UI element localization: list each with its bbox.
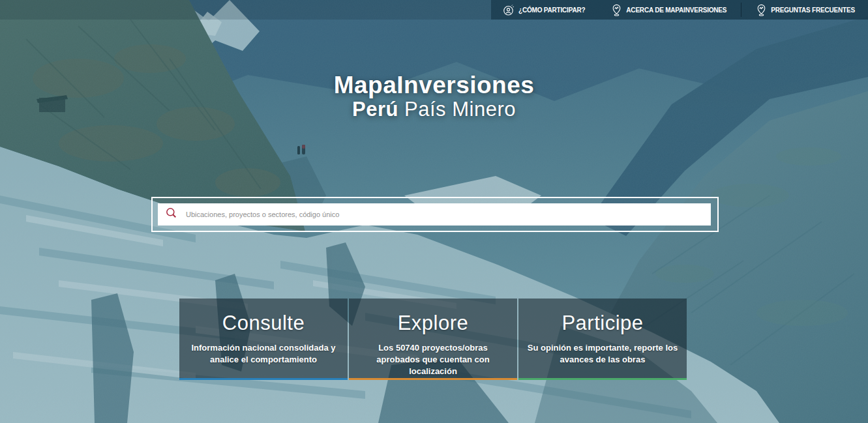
map-pin-icon xyxy=(756,4,767,16)
person-circle-icon xyxy=(502,4,515,16)
card-title: Explore xyxy=(349,313,517,334)
nav-item-acerca[interactable]: ACERCA DE MAPAINVERSIONES xyxy=(611,4,726,16)
card-title: Consulte xyxy=(179,313,348,334)
nav-item-label: PREGUNTAS FRECUENTES xyxy=(771,7,855,14)
landing-page: ¿CÓMO PARTICIPAR? ACERCA DE MAPAINVERSIO… xyxy=(0,0,868,423)
site-subtitle-bold: Perú xyxy=(352,98,398,121)
card-explore[interactable]: Explore Los 50740 proyectos/obras aproba… xyxy=(349,299,517,380)
nav-item-como-participar[interactable]: ¿CÓMO PARTICIPAR? xyxy=(502,4,585,16)
card-participe[interactable]: Participe Su opinión es importante, repo… xyxy=(518,299,687,380)
search-icon xyxy=(165,207,178,222)
card-description: Información nacional consolidada y anali… xyxy=(179,342,348,366)
nav-divider xyxy=(741,3,741,17)
site-title: MapaInversiones xyxy=(0,73,868,98)
site-subtitle-regular: País Minero xyxy=(404,98,516,121)
nav-item-preguntas[interactable]: PREGUNTAS FRECUENTES xyxy=(756,4,855,16)
nav-item-label: ACERCA DE MAPAINVERSIONES xyxy=(626,7,726,14)
card-description: Su opinión es importante, reporte los av… xyxy=(518,342,687,366)
map-pin-icon xyxy=(611,4,622,16)
search-container xyxy=(151,197,719,232)
card-description: Los 50740 proyectos/obras aprobados que … xyxy=(349,342,517,378)
card-title: Participe xyxy=(518,313,687,334)
hero-title: MapaInversiones Perú País Minero xyxy=(0,73,868,121)
feature-cards: Consulte Información nacional consolidad… xyxy=(179,299,687,380)
card-consulte[interactable]: Consulte Información nacional consolidad… xyxy=(179,299,348,380)
search-input[interactable] xyxy=(185,210,711,219)
top-navigation: ¿CÓMO PARTICIPAR? ACERCA DE MAPAINVERSIO… xyxy=(491,0,868,20)
site-subtitle: Perú País Minero xyxy=(0,98,868,121)
search-box xyxy=(158,203,711,226)
nav-item-label: ¿CÓMO PARTICIPAR? xyxy=(518,7,585,14)
